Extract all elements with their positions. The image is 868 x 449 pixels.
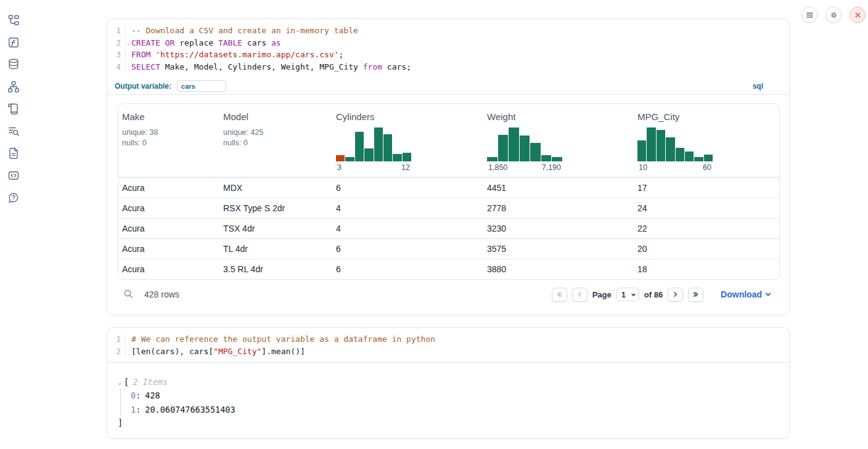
datasources-database-icon[interactable] [7,57,20,71]
histogram-bar [657,130,665,161]
code-text[interactable]: SELECT Make, Model, Cylinders, Weight, M… [131,61,411,73]
items-count: 2 Items [133,377,168,387]
code-token: ; [339,50,344,59]
line-number-text: 2 [116,347,121,356]
tree-entry[interactable]: 1:20.060747663551403 [131,403,789,417]
code-token: cars; [382,62,411,71]
code-token: # We can reference the output variable a… [131,334,435,344]
table-cell: 22 [634,224,777,233]
code-text[interactable]: # We can reference the output variable a… [131,333,435,346]
table-cell: Acura [118,264,219,274]
logs-search-icon[interactable] [7,124,20,138]
table-cell: TL 4dr [219,244,332,254]
code-token: Make, Model, Cylinders, Weight, MPG_City [160,62,363,71]
histogram-bar [364,148,373,161]
dependency-graph-icon[interactable] [7,80,20,94]
open-bracket: [ [124,377,129,387]
table-row[interactable]: AcuraRSX Type S 2dr4277824 [118,198,779,218]
help-question-icon[interactable] [7,191,20,204]
table-row[interactable]: AcuraTL 4dr6357520 [118,238,779,259]
tree-entry[interactable]: 0:428 [131,389,789,403]
fold-chevron-icon[interactable]: ⌄ [127,38,130,50]
output-variable-input[interactable] [177,80,226,92]
line-number-text: 4 [116,62,121,71]
page-select-value: 1 [621,290,626,299]
column-header-make[interactable]: Makeunique: 38nulls: 0 [118,111,219,172]
table-row[interactable]: Acura3.5 RL 4dr6388018 [118,259,779,279]
shutdown-close-icon[interactable] [850,7,866,23]
column-header-model[interactable]: Modelunique: 425nulls: 0 [219,111,332,172]
table-body: AcuraMDX6445117AcuraRSX Type S 2dr427782… [118,177,779,279]
column-title: MPG_City [637,111,777,124]
column-header-mpg_city[interactable]: MPG_City1060 [634,111,777,172]
line-number: 1 [107,333,126,346]
histogram-bar [666,137,674,161]
table-cell: 2778 [483,203,634,213]
notebook-actions [801,7,866,23]
file-tree-icon[interactable] [7,14,20,27]
tree-entry-colon: : [136,405,141,415]
code-token: FROM [131,50,150,59]
histogram [336,127,411,161]
sql-output-area: Makeunique: 38nulls: 0Modelunique: 425nu… [107,95,789,305]
code-text[interactable]: -- Download a CSV and create an in-memor… [131,25,358,37]
table-cell: 6 [332,244,483,254]
sql-code-editor[interactable]: 1-- Download a CSV and create an in-memo… [107,19,789,78]
histogram-bar [704,155,713,161]
histogram-bar [487,157,497,161]
sidebar [0,0,27,449]
last-page-button[interactable] [688,288,703,302]
table-cell: Acura [118,183,219,193]
tree-root[interactable]: ⌄ [ 2 Items [118,375,789,389]
column-title: Weight [487,111,634,124]
code-token: [len(cars), cars[ [131,347,213,356]
python-output-tree: ⌄ [ 2 Items 0:4281:20.060747663551403 ] [107,363,789,429]
code-text[interactable]: FROM 'https://datasets.marimo.app/cars.c… [131,49,343,61]
line-number-text: 1 [116,334,121,344]
table-row[interactable]: AcuraTSX 4dr4323022 [118,218,779,238]
pagination: Page 1 of 86 Download [552,288,779,302]
histogram-bar [383,134,392,161]
code-text[interactable]: [len(cars), cars["MPG_City"].mean()] [131,346,305,358]
column-header-cylinders[interactable]: Cylinders312 [332,111,483,172]
table-cell: 3230 [483,224,634,233]
first-page-button[interactable] [552,288,567,302]
page-select[interactable]: 1 [616,288,639,301]
code-line: 2[len(cars), cars["MPG_City"].mean()] [107,346,789,358]
row-count: 428 rows [144,289,179,299]
settings-gear-icon[interactable] [825,7,841,23]
table-cell: 4451 [483,183,634,193]
histogram-bar [345,157,354,161]
documentation-file-icon[interactable] [7,147,20,160]
table-cell: 6 [332,183,483,193]
collapse-chevron-icon[interactable]: ⌄ [118,379,121,386]
table-row[interactable]: AcuraMDX6445117 [118,177,779,198]
python-code-editor[interactable]: 1# We can reference the output variable … [107,328,789,363]
histogram-axis: 312 [336,163,411,172]
code-line: 3FROM 'https://datasets.marimo.app/cars.… [107,49,789,61]
page-label: Page [592,290,612,299]
code-text[interactable]: CREATE OR replace TABLE cars as [131,37,281,49]
code-line: 4SELECT Make, Model, Cylinders, Weight, … [107,61,789,73]
menu-hamburger-icon[interactable] [801,7,817,23]
next-page-button[interactable] [668,288,683,302]
snippets-code-icon[interactable] [7,169,20,182]
histogram-bar [520,136,530,161]
search-icon[interactable] [123,289,134,300]
table-cell: 4 [332,203,483,213]
table-footer: 428 rows Page 1 of 86 [118,284,779,305]
variables-function-icon[interactable] [7,36,20,49]
table-cell: 17 [634,183,777,193]
stat-line: unique: 425 [223,127,332,138]
chevron-down-icon [631,292,636,297]
histogram-bar [637,140,646,161]
language-badge[interactable]: sql [753,82,763,91]
column-header-weight[interactable]: Weight1,8507,190 [483,111,634,172]
previous-page-button[interactable] [572,288,588,302]
table-cell: 6 [332,264,483,274]
scratchpad-scroll-icon[interactable] [7,102,20,116]
download-button[interactable]: Download [721,289,771,299]
code-token: CREATE OR [131,38,174,47]
axis-max-label: 60 [703,163,711,172]
code-token: from [363,62,382,71]
